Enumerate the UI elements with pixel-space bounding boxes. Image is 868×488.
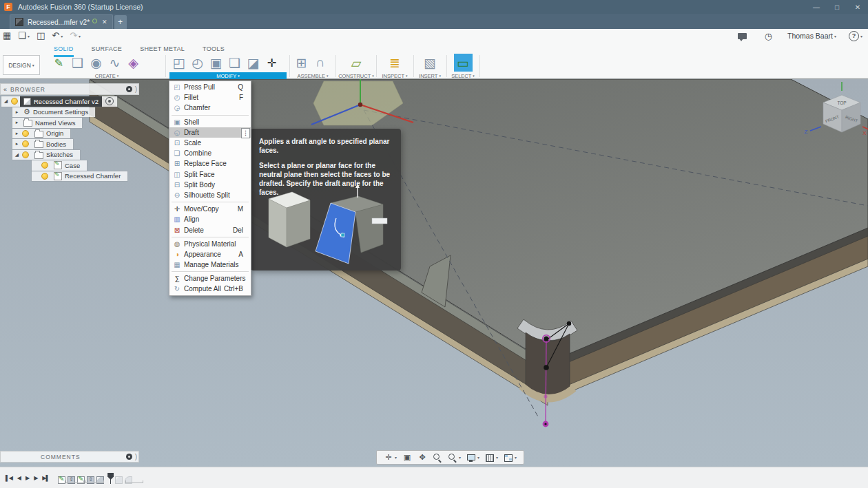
form-icon[interactable]: ◈ [124, 54, 143, 72]
display-settings-icon[interactable] [466, 453, 479, 463]
panel-options-icon[interactable] [126, 454, 132, 460]
more-options-icon[interactable] [241, 128, 250, 138]
activate-component-radio[interactable] [105, 97, 114, 105]
revolve-icon[interactable]: ◉ [87, 54, 105, 72]
timeline-feature-icon[interactable] [107, 473, 114, 484]
play-button[interactable]: ▶ [25, 475, 29, 481]
save-button[interactable]: ◫ [37, 30, 45, 42]
create-sketch-icon[interactable]: ✎ [50, 54, 68, 72]
menu-item[interactable]: ❏ Combine [169, 148, 251, 158]
menu-item[interactable]: ✛ Move/Copy M [169, 204, 251, 214]
menu-item[interactable] [172, 237, 249, 237]
menu-item[interactable]: ◫ Split Face [169, 169, 251, 180]
tab-close-icon[interactable]: ✕ [102, 19, 107, 25]
document-tab[interactable]: Recessed...mfer v2* ✕ [10, 14, 113, 29]
orbit-icon[interactable] [384, 453, 397, 463]
insert-dropdown[interactable]: INSERT [415, 72, 444, 79]
offset-face-icon[interactable]: ◪ [244, 54, 262, 72]
comments-bar[interactable]: COMMENTS [0, 451, 139, 463]
zoom-icon[interactable] [433, 453, 442, 463]
menu-item[interactable] [172, 115, 249, 116]
sketch-point[interactable] [544, 336, 548, 341]
app-launcher-button[interactable]: ▦ [3, 30, 11, 42]
file-menu-button[interactable]: ❏ [18, 30, 30, 42]
menu-item[interactable]: ⊟ Split Body [169, 180, 251, 190]
select-dropdown[interactable]: SELECT [448, 72, 478, 79]
pan-icon[interactable] [417, 453, 427, 463]
browser-row[interactable]: ▸ Document Settings [12, 107, 95, 118]
browser-header[interactable]: BROWSER [0, 83, 139, 95]
insert-image-icon[interactable]: ▧ [421, 54, 440, 72]
menu-item[interactable]: ▣ Shell [169, 117, 251, 127]
menu-item[interactable]: ↻ Compute All Ctrl+B [169, 284, 251, 294]
visibility-bulb-icon[interactable] [41, 173, 48, 180]
visibility-bulb-icon[interactable] [22, 151, 29, 158]
step-back-button[interactable]: ◀ [17, 475, 21, 481]
maximize-button[interactable]: □ [827, 0, 847, 14]
collapse-panel-icon[interactable] [3, 86, 7, 93]
expand-triangle-icon[interactable]: ▸ [14, 109, 20, 115]
menu-item[interactable]: ⊞ Replace Face [169, 158, 251, 169]
menu-item[interactable]: ∑ Change Parameters [169, 273, 251, 284]
browser-row[interactable]: Case [32, 160, 87, 171]
browser-row[interactable]: ▸ Origin [12, 129, 70, 139]
visibility-bulb-icon[interactable] [41, 162, 48, 169]
menu-item[interactable]: ⊡ Scale [169, 138, 251, 148]
go-to-end-button[interactable]: ▶▌ [42, 475, 49, 481]
menu-item[interactable]: ▦ Manage Materials [169, 259, 251, 270]
new-component-icon[interactable]: ⊞ [292, 54, 311, 72]
measure-icon[interactable]: ≣ [386, 54, 404, 72]
visibility-bulb-icon[interactable] [11, 98, 18, 105]
menu-item[interactable]: ◴ Fillet F [169, 92, 251, 103]
expand-triangle-icon[interactable]: ◢ [3, 98, 9, 104]
create-dropdown[interactable]: CREATE [50, 72, 164, 79]
construct-plane-icon[interactable]: ▱ [347, 54, 366, 72]
timeline-feature-icon[interactable] [115, 476, 123, 484]
viewcube-top-face[interactable]: TOP [837, 100, 846, 105]
fit-icon[interactable] [448, 453, 461, 463]
panel-options-icon[interactable] [126, 86, 132, 92]
browser-row[interactable]: ◢ Recessed Chamfer v2 [1, 96, 117, 107]
menu-item[interactable]: ▥ Align [169, 214, 251, 224]
timeline-feature-icon[interactable] [58, 476, 65, 484]
fillet-icon[interactable]: ◴ [188, 54, 207, 72]
new-tab-button[interactable]: + [114, 15, 127, 29]
look-at-icon[interactable] [402, 453, 412, 463]
select-icon[interactable]: ▭ [454, 54, 473, 72]
browser-row[interactable]: ▸ Bodies [12, 139, 73, 149]
undo-button[interactable]: ↶ [52, 30, 63, 42]
sketch-point[interactable] [567, 321, 571, 326]
user-account-button[interactable]: Thomas Baart [787, 32, 833, 40]
expand-triangle-icon[interactable]: ▸ [14, 141, 20, 147]
help-icon[interactable]: ? [849, 31, 859, 41]
joint-icon[interactable]: ∩ [311, 54, 329, 72]
go-to-start-button[interactable]: ▌◀ [6, 475, 12, 481]
close-button[interactable]: ✕ [847, 0, 868, 14]
viewports-icon[interactable] [504, 453, 517, 463]
menu-item[interactable]: ◍ Physical Material [169, 239, 251, 249]
menu-item[interactable]: ⊖ Silhouette Split [169, 190, 251, 200]
visibility-bulb-icon[interactable] [22, 130, 29, 137]
menu-item[interactable] [172, 202, 249, 202]
press-pull-icon[interactable]: ◰ [169, 54, 188, 72]
construct-dropdown[interactable]: CONSTRUCT [338, 72, 375, 79]
menu-item[interactable]: ◶ Chamfer [169, 103, 251, 113]
menu-item[interactable]: ◵ Draft [169, 127, 251, 138]
sketch-point[interactable] [544, 365, 549, 370]
menu-item[interactable]: ◰ Press Pull Q [169, 82, 251, 92]
browser-row[interactable]: Recessed Chamfer [32, 171, 127, 182]
grid-display-icon[interactable] [485, 453, 498, 463]
move-icon[interactable]: ✛ [262, 54, 281, 72]
expand-triangle-icon[interactable]: ▸ [14, 120, 20, 125]
panel-resize-handle[interactable] [135, 453, 137, 460]
expand-triangle-icon[interactable]: ▸ [14, 131, 20, 136]
expand-triangle-icon[interactable]: ◢ [14, 152, 20, 158]
browser-row[interactable]: ◢ Sketches [12, 150, 80, 160]
menu-item[interactable]: ⊠ Delete Del [169, 224, 251, 235]
combine-icon[interactable]: ❏ [225, 54, 244, 72]
visibility-bulb-icon[interactable] [22, 140, 29, 147]
extrude-icon[interactable]: ❑ [68, 54, 87, 72]
step-forward-button[interactable]: ▶ [34, 475, 37, 481]
shell-icon[interactable]: ▣ [207, 54, 225, 72]
redo-button[interactable]: ↷ [70, 30, 81, 42]
